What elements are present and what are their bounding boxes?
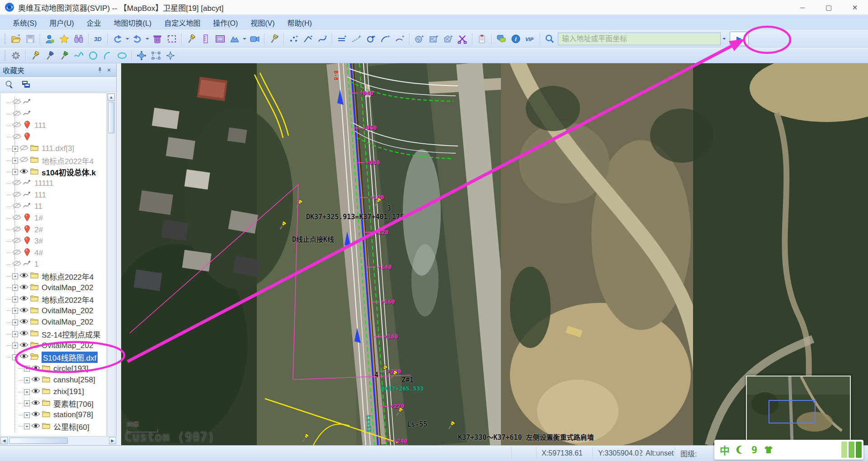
tree-item-label[interactable]: S104线路图.dxf — [42, 352, 98, 363]
tree-item-OvitalMap_202[interactable]: +OvitalMap_202 — [7, 316, 93, 328]
settings-button[interactable] — [9, 50, 23, 61]
expand-toggle[interactable]: + — [24, 400, 30, 406]
tree-item-label[interactable]: 111.dxf[3] — [42, 144, 74, 153]
visibility-eye-icon[interactable] — [19, 295, 28, 304]
tree-item-label[interactable]: 2# — [34, 226, 43, 235]
favorites-search-icon[interactable] — [4, 79, 15, 90]
quick-mark-button[interactable] — [184, 32, 198, 46]
vip-button[interactable]: VIP — [523, 32, 538, 46]
address-input[interactable] — [558, 33, 721, 45]
minimize-button[interactable]: ─ — [789, 0, 816, 15]
elevation-chart-dropdown[interactable] — [242, 32, 247, 46]
menu-item-8[interactable]: 帮助(H) — [281, 15, 318, 30]
edit-shape-button[interactable] — [163, 50, 178, 61]
add-parallel-line-button[interactable]: + — [335, 32, 349, 46]
elevation-chart-button[interactable] — [227, 32, 242, 46]
expand-toggle[interactable]: + — [12, 343, 18, 348]
tree-item-label[interactable]: 1# — [34, 214, 43, 223]
tree-item-label[interactable]: S2-14控制点成果 — [42, 329, 100, 340]
address-go-button[interactable] — [730, 32, 749, 46]
visibility-eye-icon[interactable] — [19, 353, 28, 362]
map-pushpin-icon[interactable] — [373, 197, 382, 207]
messages-button[interactable] — [494, 32, 509, 46]
measure-button[interactable] — [198, 32, 213, 46]
favorites-layers-icon[interactable] — [20, 79, 32, 90]
tree-item-label[interactable]: 111 — [34, 121, 46, 130]
edit-nodes-button[interactable] — [134, 50, 149, 61]
tree-item-地标点2022年4[interactable]: +地标点2022年4 — [7, 270, 94, 282]
tree-item-label[interactable]: 111 — [34, 191, 46, 200]
tree-vertical-scrollbar[interactable]: ▲ ▼ — [107, 93, 115, 461]
expand-toggle[interactable]: + — [12, 308, 18, 314]
menu-item-1[interactable]: 系统(S) — [6, 15, 43, 30]
tree-item-label[interactable]: canshu[258] — [53, 376, 95, 385]
tree-item-circle[193][interactable]: +circle[193] — [19, 363, 88, 375]
expand-toggle[interactable]: + — [12, 285, 18, 291]
visibility-eye-icon[interactable] — [12, 237, 21, 246]
tree-item-111[interactable]: 111 — [7, 189, 46, 201]
about-button[interactable]: i — [509, 32, 523, 46]
tree-item-4#[interactable]: 4# — [7, 247, 43, 259]
delete-button[interactable] — [150, 32, 165, 46]
add-dotted-line-button[interactable]: + — [349, 32, 363, 46]
collapse-toggle[interactable]: − — [12, 354, 18, 360]
menu-item-7[interactable]: 视图(V) — [244, 15, 281, 30]
tree-item-111[interactable]: 111 — [7, 120, 46, 132]
record-video-button[interactable] — [247, 32, 262, 46]
visibility-eye-icon[interactable] — [12, 110, 21, 119]
visibility-eye-icon[interactable] — [31, 376, 40, 385]
tree-item-label[interactable]: s104初设总体.k — [42, 166, 96, 178]
tree-item-label[interactable]: OvitalMap_202 — [42, 318, 93, 327]
map-pushpin-icon[interactable] — [389, 370, 399, 380]
tree-item-S2-14控制点成果[interactable]: +S2-14控制点成果 — [7, 328, 100, 340]
ime-chinese-mode[interactable]: 中 — [720, 442, 730, 457]
minimap-viewport-rect[interactable] — [769, 400, 816, 423]
notes-button[interactable] — [475, 32, 489, 46]
search-places-button[interactable] — [71, 32, 86, 46]
visibility-eye-icon[interactable] — [19, 341, 28, 350]
visibility-eye-icon[interactable] — [31, 364, 40, 373]
tree-item-地标点2022年4[interactable]: +地标点2022年4 — [7, 155, 94, 166]
address-history-dropdown[interactable] — [721, 33, 728, 45]
visibility-eye-icon[interactable] — [12, 179, 21, 188]
tree-item-S104线路图.dxf[interactable]: −S104线路图.dxf — [7, 351, 98, 363]
expand-toggle[interactable]: + — [24, 389, 30, 395]
tree-item-2#[interactable]: 2# — [7, 224, 43, 236]
tree-item-label[interactable]: OvitalMap_202 — [42, 341, 93, 350]
select-region-button[interactable] — [165, 32, 179, 46]
redo-dropdown[interactable] — [145, 32, 150, 46]
pin-blue-button[interactable] — [42, 50, 57, 61]
draw-circle-button[interactable] — [86, 50, 100, 61]
map-pushpin-icon[interactable] — [300, 433, 310, 443]
panel-pin-icon[interactable] — [95, 66, 104, 75]
close-button[interactable]: ✕ — [842, 0, 868, 15]
tree-item-label[interactable]: OvitalMap_202 — [42, 283, 93, 292]
map-pushpin-icon[interactable] — [294, 199, 304, 209]
visibility-eye-icon[interactable] — [19, 272, 28, 281]
tree-item-station[978][interactable]: +station[978] — [19, 409, 93, 421]
tree-item-11111[interactable]: 11111 — [7, 178, 53, 189]
tree-item-unnamed-3[interactable] — [7, 132, 34, 143]
add-circle-button[interactable]: + — [363, 32, 378, 46]
vscroll-thumb[interactable] — [108, 102, 114, 133]
tree-item-unnamed-0[interactable] — [7, 97, 34, 108]
tree-item-canshu[258][interactable]: +canshu[258] — [19, 374, 95, 386]
tree-item-OvitalMap_202[interactable]: +OvitalMap_202 — [7, 340, 93, 352]
visibility-eye-icon[interactable] — [12, 191, 21, 200]
tree-item-label[interactable]: 地标点2022年4 — [42, 294, 94, 305]
add-line-button[interactable]: + — [301, 32, 315, 46]
add-arc-button[interactable]: + — [378, 32, 392, 46]
tree-item-label[interactable]: 11 — [34, 202, 42, 211]
visibility-eye-icon[interactable] — [31, 422, 40, 431]
menu-item-2[interactable]: 用户(U) — [43, 15, 80, 30]
visibility-eye-icon[interactable] — [12, 214, 21, 223]
ime-punctuation-icon[interactable]: 9 — [751, 444, 757, 456]
draw-arc-button[interactable] — [100, 50, 115, 61]
tree-item-label[interactable]: 1 — [34, 260, 38, 269]
screen-capture-button[interactable] — [213, 32, 227, 46]
menu-item-3[interactable]: 企业 — [80, 15, 108, 30]
redo-button[interactable] — [130, 32, 145, 46]
tree-item-label[interactable]: 要素桩[706] — [53, 398, 94, 409]
tree-horizontal-scrollbar[interactable]: ◀ ▶ — [0, 436, 117, 445]
expand-toggle[interactable]: + — [12, 146, 18, 152]
